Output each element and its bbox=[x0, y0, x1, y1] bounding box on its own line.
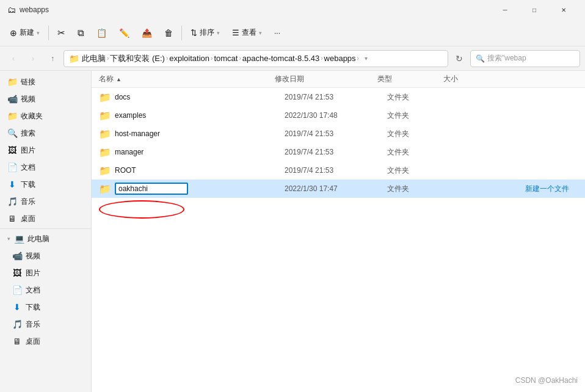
rename-input[interactable] bbox=[115, 183, 188, 195]
title-bar: 🗂 webapps ─ □ ✕ bbox=[0, 0, 585, 20]
col-type-label: 类型 bbox=[377, 74, 392, 83]
pc-pictures-icon: 🖼 bbox=[12, 268, 22, 278]
file-date: 2019/7/4 21:53 bbox=[285, 93, 382, 101]
separator-1 bbox=[48, 26, 49, 40]
sidebar-item-pc-downloads[interactable]: ⬇ 下载 bbox=[0, 299, 91, 316]
search-icon-sidebar: 🔍 bbox=[7, 128, 17, 138]
path-segment-drive[interactable]: 下载和安装 (E:) bbox=[110, 53, 165, 64]
sort-button[interactable]: ⇅ 排序 ▾ bbox=[186, 23, 225, 43]
cut-icon: ✂ bbox=[57, 27, 65, 38]
folder-icon: 📁 bbox=[99, 92, 110, 103]
sidebar-item-music[interactable]: 🎵 音乐 bbox=[0, 193, 91, 210]
sidebar-item-pc-music[interactable]: 🎵 音乐 bbox=[0, 316, 91, 333]
rename-button[interactable]: ✏️ bbox=[114, 23, 134, 43]
cut-button[interactable]: ✂ bbox=[53, 23, 70, 43]
toolbar: ⊕ 新建 ▾ ✂ ⧉ 📋 ✏️ 📤 🗑 ⇅ 排序 ▾ ☰ 查看 ▾ ··· bbox=[0, 20, 585, 46]
sidebar-item-thispc[interactable]: ▾ 💻 此电脑 bbox=[0, 230, 91, 247]
sidebar-item-search[interactable]: 🔍 搜索 bbox=[0, 125, 91, 142]
copy-icon: ⧉ bbox=[78, 27, 84, 38]
sidebar-item-downloads[interactable]: ⬇ 下载 bbox=[0, 176, 91, 193]
minimize-button[interactable]: ─ bbox=[491, 0, 519, 20]
delete-button[interactable]: 🗑 bbox=[159, 23, 178, 43]
col-size-header[interactable]: 大小 bbox=[443, 74, 492, 84]
sidebar-item-pc-desktop[interactable]: 🖥 桌面 bbox=[0, 333, 91, 350]
up-button[interactable]: ↑ bbox=[44, 50, 61, 67]
file-date: 2019/7/4 21:53 bbox=[285, 129, 382, 138]
sidebar-item-links[interactable]: 📁 链接 bbox=[0, 73, 91, 90]
sort-icon: ⇅ bbox=[191, 28, 197, 37]
table-row[interactable]: 📁 host-manager 2019/7/4 21:53 文件夹 bbox=[92, 125, 585, 143]
path-arrow-5: › bbox=[321, 55, 322, 62]
path-arrow-2: › bbox=[166, 55, 168, 62]
file-type: 文件夹 bbox=[387, 184, 448, 194]
downloads-icon: ⬇ bbox=[7, 180, 17, 189]
table-row[interactable]: 📁 docs 2019/7/4 21:53 文件夹 bbox=[92, 88, 585, 106]
share-button[interactable]: 📤 bbox=[137, 23, 157, 43]
paste-button[interactable]: 📋 bbox=[92, 23, 112, 43]
sidebar-item-documents[interactable]: 📄 文档 bbox=[0, 159, 91, 176]
annotation-text: 新建一个文件 bbox=[525, 184, 569, 194]
sidebar-label-thispc: 此电脑 bbox=[27, 234, 49, 244]
search-box[interactable]: 🔍 搜索"webap bbox=[470, 50, 580, 67]
table-row[interactable]: 📁 examples 2022/1/30 17:48 文件夹 bbox=[92, 106, 585, 125]
delete-icon: 🗑 bbox=[164, 28, 173, 38]
sidebar-item-pc-documents[interactable]: 📄 文档 bbox=[0, 281, 91, 299]
refresh-button[interactable]: ↻ bbox=[451, 50, 468, 67]
sidebar-item-favorites[interactable]: 📁 收藏夹 bbox=[0, 107, 91, 125]
col-date-label: 修改日期 bbox=[275, 74, 304, 83]
rename-container bbox=[115, 183, 280, 195]
expand-icon[interactable]: ▾ bbox=[360, 53, 372, 65]
folder-icon: 📁 bbox=[99, 183, 110, 195]
sidebar-label-desktop: 桌面 bbox=[21, 214, 35, 224]
file-date: 2019/7/4 21:53 bbox=[285, 148, 382, 156]
sidebar-item-pictures[interactable]: 🖼 图片 bbox=[0, 142, 91, 159]
table-row-renaming[interactable]: 📁 2022/1/30 17:47 文件夹 新建一个文件 bbox=[92, 180, 585, 198]
sidebar-label-pc-desktop: 桌面 bbox=[26, 336, 40, 347]
sidebar-item-pc-pictures[interactable]: 🖼 图片 bbox=[0, 264, 91, 281]
file-date: 2022/1/30 17:47 bbox=[285, 184, 382, 193]
forward-button[interactable]: › bbox=[24, 50, 42, 67]
path-arrow-4: › bbox=[239, 55, 241, 62]
sidebar-divider bbox=[0, 228, 91, 229]
sidebar-label-pc-video: 视频 bbox=[26, 251, 40, 261]
path-segment-pc[interactable]: 此电脑 bbox=[82, 53, 106, 64]
file-type: 文件夹 bbox=[387, 129, 448, 139]
search-placeholder: 搜索"webap bbox=[487, 53, 526, 64]
main-layout: 📁 链接 📹 视频 📁 收藏夹 🔍 搜索 🖼 图片 📄 文档 ⬇ 下载 🎵 bbox=[0, 71, 585, 392]
desktop-icon: 🖥 bbox=[7, 214, 17, 223]
col-type-header[interactable]: 类型 bbox=[377, 74, 438, 84]
more-button[interactable]: ··· bbox=[269, 23, 285, 43]
path-segment-webapps[interactable]: webapps bbox=[324, 54, 356, 63]
watermark: CSDN @OakHachi bbox=[515, 376, 578, 385]
pc-documents-icon: 📄 bbox=[12, 285, 22, 295]
table-row[interactable]: 📁 manager 2019/7/4 21:53 文件夹 bbox=[92, 143, 585, 161]
path-segment-tomcat[interactable]: tomcat bbox=[214, 54, 238, 63]
pc-desktop-icon: 🖥 bbox=[12, 336, 22, 346]
copy-button[interactable]: ⧉ bbox=[73, 23, 89, 43]
col-name-header[interactable]: 名称 ▲ bbox=[99, 74, 270, 84]
sidebar-item-video[interactable]: 📹 视频 bbox=[0, 90, 91, 107]
view-button[interactable]: ☰ 查看 ▾ bbox=[227, 23, 267, 43]
address-bar: ‹ › ↑ 📁 此电脑 › 下载和安装 (E:) › exploitation … bbox=[0, 46, 585, 71]
pc-icon: 💻 bbox=[14, 234, 24, 244]
close-button[interactable]: ✕ bbox=[550, 0, 578, 20]
sidebar-label-favorites: 收藏夹 bbox=[21, 111, 43, 122]
back-button[interactable]: ‹ bbox=[5, 50, 22, 67]
path-segment-apache[interactable]: apache-tomcat-8.5.43 bbox=[242, 54, 319, 63]
path-arrow-1: › bbox=[107, 55, 109, 62]
maximize-button[interactable]: □ bbox=[520, 0, 548, 20]
sidebar-item-pc-video[interactable]: 📹 视频 bbox=[0, 247, 91, 264]
folder-icon: 📁 bbox=[99, 110, 110, 122]
new-chevron-icon: ▾ bbox=[37, 30, 40, 36]
pictures-icon: 🖼 bbox=[7, 145, 17, 155]
path-segment-exploitation[interactable]: exploitation bbox=[169, 54, 209, 63]
window-title: webapps bbox=[20, 5, 49, 14]
table-row[interactable]: 📁 ROOT 2019/7/4 21:53 文件夹 bbox=[92, 161, 585, 180]
folder-icon: 📁 bbox=[99, 165, 110, 176]
sidebar-item-desktop[interactable]: 🖥 桌面 bbox=[0, 210, 91, 227]
address-path[interactable]: 📁 此电脑 › 下载和安装 (E:) › exploitation › tomc… bbox=[64, 50, 448, 67]
window-controls: ─ □ ✕ bbox=[491, 0, 578, 20]
window-icon: 🗂 bbox=[7, 5, 16, 15]
col-date-header[interactable]: 修改日期 bbox=[275, 74, 372, 84]
new-button[interactable]: ⊕ 新建 ▾ bbox=[5, 23, 45, 43]
